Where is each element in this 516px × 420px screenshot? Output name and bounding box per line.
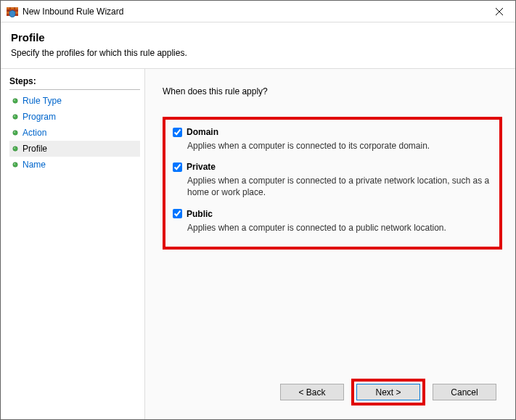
step-item-program[interactable]: Program (9, 109, 140, 125)
bullet-icon (12, 98, 18, 104)
bullet-icon (12, 130, 18, 136)
svg-point-10 (14, 99, 15, 101)
steps-panel: Steps: Rule TypeProgramActionProfileName (1, 69, 144, 419)
page-subtitle: Specify the profiles for which this rule… (11, 48, 505, 58)
rule-apply-question: When does this rule apply? (163, 86, 507, 96)
svg-point-11 (13, 115, 17, 119)
private-description: Applies when a computer is connected to … (187, 175, 492, 198)
public-checkbox[interactable] (173, 209, 182, 218)
public-description: Applies when a computer is connected to … (187, 222, 492, 234)
page-title: Profile (11, 31, 505, 44)
profile-option-domain: DomainApplies when a computer is connect… (173, 127, 492, 152)
step-item-rule-type[interactable]: Rule Type (9, 93, 140, 109)
step-label: Name (22, 160, 46, 170)
bullet-icon (12, 162, 18, 168)
next-button[interactable]: Next > (356, 384, 420, 400)
content-panel: When does this rule apply? DomainApplies… (144, 69, 515, 419)
profile-option-public: PublicApplies when a computer is connect… (173, 209, 492, 234)
bullet-icon (12, 146, 18, 152)
back-button[interactable]: < Back (280, 384, 344, 400)
close-icon (496, 8, 503, 15)
steps-label: Steps: (9, 76, 140, 90)
svg-point-16 (14, 147, 15, 149)
step-item-name[interactable]: Name (9, 157, 140, 173)
bullet-icon (12, 114, 18, 120)
domain-description: Applies when a computer is connected to … (187, 140, 492, 152)
window-title: New Inbound Rule Wizard (22, 7, 483, 17)
step-item-action[interactable]: Action (9, 125, 140, 141)
close-button[interactable] (483, 1, 515, 22)
profile-option-private: PrivateApplies when a computer is connec… (173, 162, 492, 198)
private-checkbox[interactable] (173, 162, 182, 172)
svg-rect-1 (7, 7, 18, 9)
svg-point-12 (14, 115, 15, 117)
public-label: Public (187, 209, 213, 219)
svg-point-14 (14, 131, 15, 133)
svg-point-18 (14, 163, 15, 165)
step-item-profile[interactable]: Profile (9, 141, 140, 157)
wizard-header: Profile Specify the profiles for which t… (1, 22, 515, 69)
svg-point-13 (13, 131, 17, 135)
svg-point-15 (13, 147, 17, 151)
profiles-highlight: DomainApplies when a computer is connect… (163, 117, 502, 250)
cancel-button[interactable]: Cancel (433, 384, 496, 400)
titlebar: New Inbound Rule Wizard (1, 1, 515, 22)
step-label: Rule Type (22, 96, 62, 106)
firewall-icon (7, 6, 18, 17)
svg-point-17 (13, 162, 17, 167)
svg-point-9 (13, 99, 17, 103)
step-label: Program (22, 112, 56, 122)
step-label: Action (22, 128, 46, 138)
step-label: Profile (22, 144, 47, 154)
private-label: Private (187, 162, 216, 172)
domain-checkbox[interactable] (173, 128, 182, 137)
next-highlight: Next > (351, 379, 425, 405)
wizard-footer: < Back Next > Cancel (163, 375, 507, 411)
domain-label: Domain (187, 127, 218, 137)
